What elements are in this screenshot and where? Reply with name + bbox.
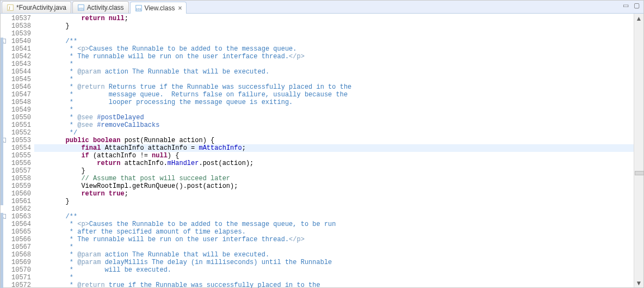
code-line[interactable]: * @see #postDelayed	[34, 114, 634, 121]
overview-ruler[interactable]	[634, 23, 643, 278]
change-marker	[1, 38, 3, 205]
line-number: 10550	[7, 114, 31, 121]
editor-workspace: J *FourActivity.java 101 Activity.class …	[0, 0, 644, 288]
java-file-icon: J	[7, 4, 14, 11]
code-line[interactable]	[34, 30, 634, 38]
line-number: 10546	[7, 83, 31, 91]
code-line[interactable]: final AttachInfo attachInfo = mAttachInf…	[34, 144, 634, 152]
tab-label: View.class	[145, 4, 175, 12]
code-line[interactable]: * The runnable will be run on the user i…	[34, 53, 634, 60]
code-line[interactable]: * @param delayMillis The delay (in milli…	[34, 259, 634, 266]
code-line[interactable]: /**	[34, 38, 634, 45]
minimize-button[interactable]: ▭	[621, 2, 630, 9]
tab-four-activity[interactable]: J *FourActivity.java	[2, 1, 71, 13]
line-number: 10567	[7, 243, 31, 251]
code-line[interactable]: * @return Returns true if the Runnable w…	[34, 83, 634, 91]
code-line[interactable]: */	[34, 129, 634, 137]
line-number: 10571	[7, 274, 31, 281]
tab-label: *FourActivity.java	[16, 4, 66, 11]
close-icon[interactable]: ×	[178, 4, 182, 12]
line-number: 10542	[7, 53, 31, 60]
vertical-scrollbar[interactable]: ▲ ▼	[634, 14, 643, 287]
line-number: 10563	[7, 213, 31, 220]
line-number: 10568	[7, 251, 31, 259]
code-line[interactable]: }	[34, 198, 634, 205]
line-number: 10541	[7, 45, 31, 53]
code-line[interactable]: return true;	[34, 190, 634, 198]
scroll-down-arrow[interactable]: ▼	[634, 278, 643, 287]
code-line[interactable]: // Assume that post will succeed later	[34, 175, 634, 182]
line-number: 10559	[7, 182, 31, 190]
line-number: 10572	[7, 281, 31, 288]
code-line[interactable]: *	[34, 60, 634, 68]
code-line[interactable]: *	[34, 243, 634, 251]
line-number: 10569	[7, 259, 31, 266]
code-line[interactable]: * will be executed.	[34, 266, 634, 274]
code-line[interactable]: }	[34, 167, 634, 175]
code-line[interactable]	[34, 205, 634, 213]
line-number: 10552	[7, 129, 31, 137]
line-number: 10551	[7, 121, 31, 129]
maximize-button[interactable]: ▢	[631, 2, 641, 9]
line-number: 10558	[7, 175, 31, 182]
line-number: 10549	[7, 106, 31, 114]
code-line[interactable]: * @return true if the Runnable was succe…	[34, 281, 634, 288]
line-number: 10570	[7, 266, 31, 274]
svg-text:J: J	[9, 5, 11, 10]
code-line[interactable]: * @param action The Runnable that will b…	[34, 68, 634, 76]
line-number: 10565	[7, 228, 31, 236]
overview-mark	[635, 171, 644, 175]
code-line[interactable]: public boolean post(Runnable action) {	[34, 137, 634, 144]
code-line[interactable]: *	[34, 106, 634, 114]
folding-column: ---	[1, 14, 7, 287]
line-number: 10557	[7, 167, 31, 175]
class-file-icon: 101	[135, 4, 143, 12]
code-line[interactable]: * <p>Causes the Runnable to be added to …	[34, 220, 634, 228]
line-number: 10564	[7, 220, 31, 228]
line-number: 10544	[7, 68, 31, 76]
code-line[interactable]: * @param action The Runnable that will b…	[34, 251, 634, 259]
window-controls: ▭ ▢	[620, 2, 641, 9]
scroll-up-arrow[interactable]: ▲	[634, 14, 643, 23]
line-number: 10543	[7, 60, 31, 68]
line-number: 10553	[7, 137, 31, 144]
code-line[interactable]: * The runnable will be run on the user i…	[34, 236, 634, 243]
code-line[interactable]: * @see #removeCallbacks	[34, 121, 634, 129]
code-line[interactable]: * looper processing the message queue is…	[34, 99, 634, 106]
code-line[interactable]: ViewRootImpl.getRunQueue().post(action);	[34, 182, 634, 190]
svg-text:101: 101	[135, 7, 141, 11]
tab-bar: J *FourActivity.java 101 Activity.class …	[1, 1, 643, 14]
line-number: 10547	[7, 91, 31, 99]
code-line[interactable]: *	[34, 76, 634, 83]
code-line[interactable]: return attachInfo.mHandler.post(action);	[34, 160, 634, 167]
line-number: 10560	[7, 190, 31, 198]
tab-view-class[interactable]: 101 View.class ×	[130, 2, 187, 14]
svg-text:101: 101	[78, 6, 84, 10]
line-number: 10562	[7, 205, 31, 213]
line-number: 10538	[7, 22, 31, 30]
line-number: 10537	[7, 15, 31, 22]
line-number: 10556	[7, 160, 31, 167]
code-line[interactable]: *	[34, 274, 634, 281]
line-number: 10540	[7, 38, 31, 45]
code-line[interactable]: return null;	[34, 15, 634, 22]
tab-activity-class[interactable]: 101 Activity.class	[72, 1, 129, 13]
code-line[interactable]: }	[34, 22, 634, 30]
code-line[interactable]: if (attachInfo != null) {	[34, 152, 634, 160]
line-number: 10554	[7, 144, 31, 152]
line-number: 10561	[7, 198, 31, 205]
line-number: 10539	[7, 30, 31, 38]
code-line[interactable]: * <p>Causes the Runnable to be added to …	[34, 45, 634, 53]
line-number: 10566	[7, 236, 31, 243]
tab-label: Activity.class	[87, 4, 124, 11]
line-number: 10555	[7, 152, 31, 160]
line-number: 10545	[7, 76, 31, 83]
code-line[interactable]: * message queue. Returns false on failur…	[34, 91, 634, 99]
line-number-gutter: 1053710538105391054010541105421054310544…	[7, 14, 34, 287]
code-line[interactable]: * after the specified amount of time ela…	[34, 228, 634, 236]
editor-area: --- 105371053810539105401054110542105431…	[1, 14, 643, 287]
code-view[interactable]: return null; } /** * <p>Causes the Runna…	[34, 14, 634, 287]
line-number: 10548	[7, 99, 31, 106]
class-file-icon: 101	[77, 4, 85, 11]
code-line[interactable]: /**	[34, 213, 634, 220]
